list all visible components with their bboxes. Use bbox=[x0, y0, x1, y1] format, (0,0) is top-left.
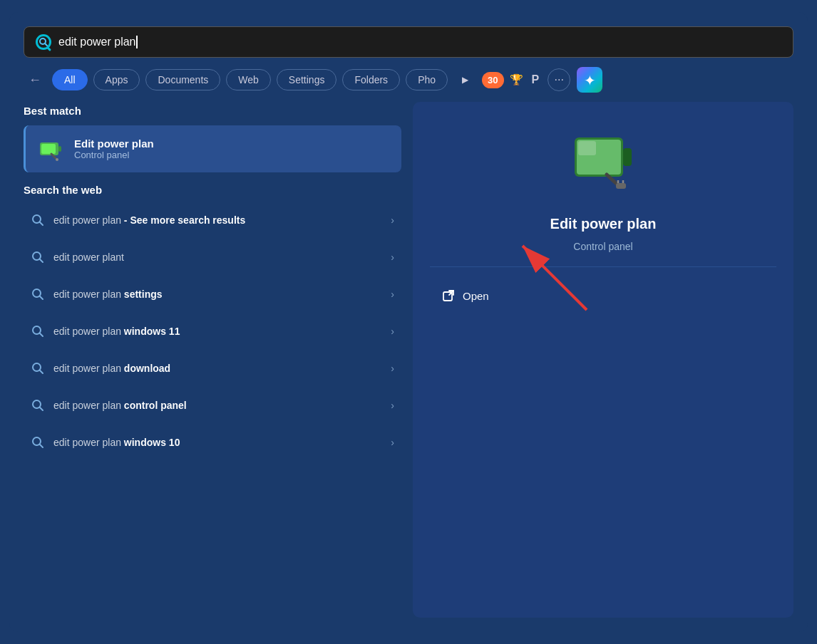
web-item-text-2: edit power plan settings bbox=[53, 289, 382, 300]
tab-all[interactable]: All bbox=[52, 69, 88, 90]
web-search-icon-2 bbox=[31, 287, 45, 301]
web-search-icon-0 bbox=[31, 213, 45, 227]
filter-tabs: ← All Apps Documents Web Settings Folder… bbox=[24, 66, 793, 93]
svg-point-8 bbox=[56, 158, 58, 161]
web-item-text-5: edit power plan control panel bbox=[53, 400, 382, 411]
svg-line-22 bbox=[40, 445, 43, 447]
svg-rect-5 bbox=[58, 146, 61, 152]
svg-line-12 bbox=[40, 259, 43, 262]
chevron-icon-1: › bbox=[391, 251, 394, 263]
trophy-icon: 🏆 bbox=[510, 73, 523, 86]
right-panel: Edit power plan Control panel Open bbox=[413, 102, 793, 618]
open-label: Open bbox=[463, 290, 489, 302]
svg-line-10 bbox=[40, 222, 43, 225]
copilot-icon[interactable]: ✦ bbox=[576, 66, 603, 93]
best-match-item[interactable]: Edit power plan Control panel bbox=[24, 125, 401, 172]
best-match-info: Edit power plan Control panel bbox=[74, 137, 390, 160]
svg-line-20 bbox=[40, 407, 43, 410]
cursor bbox=[136, 36, 138, 48]
web-item-text-6: edit power plan windows 10 bbox=[53, 437, 382, 448]
chevron-icon-2: › bbox=[391, 289, 394, 300]
chevron-icon-3: › bbox=[391, 326, 394, 337]
right-panel-subtitle: Control panel bbox=[573, 241, 632, 252]
svg-line-1 bbox=[45, 43, 47, 46]
web-item-2[interactable]: edit power plan settings › bbox=[24, 279, 401, 310]
web-search-icon-6 bbox=[31, 435, 45, 450]
search-bar[interactable]: edit power plan bbox=[24, 26, 793, 58]
right-panel-title: Edit power plan bbox=[550, 216, 657, 232]
left-panel: Best match bbox=[24, 102, 401, 618]
best-match-label: Best match bbox=[24, 102, 401, 120]
web-search-icon-3 bbox=[31, 324, 45, 338]
tab-web[interactable]: Web bbox=[226, 69, 271, 90]
web-item-text-4: edit power plan download bbox=[53, 363, 382, 374]
search-window: edit power plan ← All Apps Documents Web… bbox=[9, 12, 808, 632]
search-query-text: edit power plan bbox=[58, 36, 136, 48]
svg-rect-26 bbox=[578, 141, 596, 155]
notification-badge: 30 bbox=[482, 72, 503, 88]
best-match-subtitle: Control panel bbox=[74, 150, 390, 160]
chevron-icon-0: › bbox=[391, 214, 394, 226]
tab-folders[interactable]: Folders bbox=[342, 69, 400, 90]
open-button[interactable]: Open bbox=[430, 281, 776, 310]
chevron-icon-6: › bbox=[391, 437, 394, 448]
chevron-icon-4: › bbox=[391, 363, 394, 374]
back-button[interactable]: ← bbox=[24, 68, 46, 91]
web-item-text-3: edit power plan windows 11 bbox=[53, 326, 382, 337]
web-search-icon-5 bbox=[31, 398, 45, 412]
search-icon bbox=[36, 34, 51, 50]
web-item-0[interactable]: edit power plan - See more search result… bbox=[24, 204, 401, 236]
battery-app-icon bbox=[37, 135, 64, 162]
divider bbox=[430, 266, 776, 267]
svg-line-14 bbox=[40, 296, 43, 299]
tab-apps[interactable]: Apps bbox=[93, 69, 140, 90]
more-tabs-button[interactable]: ▶ bbox=[453, 68, 476, 91]
web-search-icon-1 bbox=[31, 250, 45, 264]
web-item-text-1: edit power plant bbox=[53, 251, 382, 263]
web-item-1[interactable]: edit power plant › bbox=[24, 242, 401, 273]
search-web-label: Search the web bbox=[24, 178, 401, 199]
best-match-title: Edit power plan bbox=[74, 137, 390, 150]
p-button[interactable]: P bbox=[529, 73, 543, 86]
svg-line-16 bbox=[40, 333, 43, 336]
svg-line-18 bbox=[40, 370, 43, 373]
svg-rect-6 bbox=[41, 144, 56, 154]
tab-pho[interactable]: Pho bbox=[406, 69, 448, 90]
tab-documents[interactable]: Documents bbox=[145, 69, 220, 90]
web-item-6[interactable]: edit power plan windows 10 › bbox=[24, 427, 401, 458]
ellipsis-button[interactable]: ··· bbox=[548, 68, 570, 91]
open-icon bbox=[441, 289, 456, 303]
open-section: Open bbox=[430, 281, 776, 310]
web-item-3[interactable]: edit power plan windows 11 › bbox=[24, 316, 401, 347]
web-item-4[interactable]: edit power plan download › bbox=[24, 353, 401, 384]
svg-rect-28 bbox=[616, 183, 626, 189]
web-item-text-0: edit power plan - See more search result… bbox=[53, 214, 382, 226]
search-input[interactable]: edit power plan bbox=[58, 36, 781, 49]
main-content: Best match bbox=[24, 102, 793, 618]
chevron-icon-5: › bbox=[391, 400, 394, 411]
svg-rect-24 bbox=[623, 148, 632, 166]
tab-settings[interactable]: Settings bbox=[277, 69, 337, 90]
big-battery-icon bbox=[567, 123, 639, 202]
web-search-icon-4 bbox=[31, 361, 45, 375]
svg-text:✦: ✦ bbox=[584, 73, 596, 88]
web-item-5[interactable]: edit power plan control panel › bbox=[24, 390, 401, 421]
